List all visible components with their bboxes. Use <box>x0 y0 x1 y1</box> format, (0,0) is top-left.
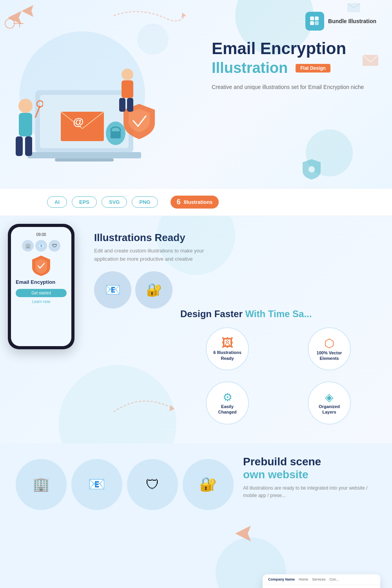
flat-design-badge: Flat Design <box>296 64 330 73</box>
format-eps: EPS <box>72 196 97 208</box>
features-right: Design Faster With Time Sa... 🖼 6 Illust… <box>180 309 376 428</box>
svg-marker-36 <box>235 526 251 541</box>
phone-shield-svg <box>31 255 51 277</box>
feature-label-3: EasilyChanged <box>218 404 236 415</box>
illustrations-count-badge: 6 Illustrations <box>171 196 219 209</box>
deco-envelope-format <box>347 2 361 13</box>
feature-icon-3: ⚙ <box>223 391 232 404</box>
design-faster-heading: Design Faster With Time Sa... <box>180 309 376 319</box>
mockup-logo: Company Name <box>268 577 295 582</box>
svg-rect-5 <box>310 16 314 20</box>
website-mockup: Company Name Home Services Con... Email … <box>263 574 380 588</box>
mockup-nav: Company Name Home Services Con... <box>263 574 380 585</box>
format-ai: AI <box>47 196 67 208</box>
deco-dashed-arrow-features <box>110 388 180 420</box>
feature-icon-2: ⬡ <box>324 336 334 350</box>
prebuild-desc: All illustrations are ready to be integr… <box>243 485 376 499</box>
svg-point-26 <box>122 69 133 80</box>
preview-thumb-1: 📧 <box>94 271 131 309</box>
preview-circles-row: 📧 🔐 <box>94 271 259 309</box>
illus-thumb-1: 🏢 <box>16 459 67 510</box>
phone-preview-circles: 🏢 📧 🛡 <box>16 240 67 252</box>
brand-badge: Bundle Illustration <box>305 12 376 31</box>
svg-rect-12 <box>55 158 114 162</box>
svg-rect-23 <box>25 136 32 156</box>
feature-illustrations-ready: 🖼 6 IllustrationsReady <box>180 327 274 374</box>
phone-circle-3: 🛡 <box>49 240 60 252</box>
svg-rect-7 <box>310 21 314 25</box>
feature-label-4: OrganizedLayers <box>319 404 340 415</box>
prebuild-title: Prebuild scene own website <box>243 455 376 481</box>
illus-thumb-3: 🛡 <box>127 459 178 510</box>
hero-desc: Creative and unique illustrations set fo… <box>212 83 376 91</box>
svg-marker-0 <box>181 13 186 18</box>
feature-ring-4: ◈ OrganizedLayers <box>308 381 351 425</box>
svg-marker-33 <box>169 405 174 411</box>
feature-circles-grid: 🖼 6 IllustrationsReady ⬡ 100% VectorElem… <box>180 327 376 428</box>
hero-illustration: @ <box>12 24 161 165</box>
illus-thumb-2: 📧 <box>71 459 122 510</box>
svg-rect-27 <box>122 80 133 98</box>
feature-vector-elements: ⬡ 100% VectorElements <box>282 327 376 374</box>
hero-subtitle: Illustration <box>212 60 288 76</box>
feature-ring-3: ⚙ EasilyChanged <box>206 381 249 425</box>
brand-logo-icon <box>309 16 320 27</box>
format-png: PNG <box>132 196 158 208</box>
mockup-nav-items: Home Services Con... <box>299 577 339 581</box>
svg-rect-6 <box>315 16 319 20</box>
phone-app-shield <box>16 255 67 277</box>
feature-icon-1: 🖼 <box>221 336 233 350</box>
phone-mockup: 09:00 🏢 📧 🛡 Email Encyption <box>8 224 74 349</box>
person2-illustration <box>114 67 141 114</box>
svg-rect-8 <box>315 21 319 25</box>
feature-ring-2: ⬡ 100% VectorElements <box>308 327 351 370</box>
prebuild-section: 🏢 📧 🛡 🔐 Prebuild scene own website All i… <box>0 443 392 588</box>
hero-content: Email Encryption Illustration Flat Desig… <box>212 39 376 92</box>
svg-line-24 <box>35 106 40 118</box>
phone-learn-now-btn[interactable]: Learn now <box>16 299 67 304</box>
features-section: 09:00 🏢 📧 🛡 Email Encyption <box>0 216 392 443</box>
feature-ring-1: 🖼 6 IllustrationsReady <box>206 327 249 370</box>
mockup-body: Email Encryption Get Started Learn more <box>263 585 380 588</box>
svg-rect-29 <box>127 98 133 112</box>
deco-arrow-tags <box>4 8 24 27</box>
person1-illustration <box>12 94 43 165</box>
svg-marker-41 <box>8 11 22 24</box>
svg-point-20 <box>18 99 33 113</box>
phone-app-title: Email Encyption <box>16 279 67 285</box>
deco-arrow-prebuild <box>231 522 255 545</box>
svg-text:@: @ <box>73 116 83 128</box>
svg-rect-11 <box>27 152 141 158</box>
phone-circle-2: 📧 <box>35 240 47 252</box>
preview-thumb-2: 🔐 <box>135 271 172 309</box>
svg-rect-22 <box>16 136 23 156</box>
svg-point-30 <box>309 166 315 172</box>
feature-easily-changed: ⚙ EasilyChanged <box>180 381 274 428</box>
phone-circle-1: 🏢 <box>22 240 34 252</box>
deco-shield-floating <box>302 158 321 180</box>
brand-text: Bundle Illustration <box>328 18 376 25</box>
hero-section: Bundle Illustration @ <box>0 0 392 188</box>
svg-rect-21 <box>19 113 32 136</box>
feature-icon-4: ◈ <box>325 391 334 404</box>
hero-title: Email Encryption <box>212 39 376 58</box>
phone-get-started-btn[interactable]: Get started <box>16 289 67 297</box>
prebuild-right: Prebuild scene own website All illustrat… <box>243 455 376 500</box>
phone-screen: 09:00 🏢 📧 🛡 Email Encyption <box>11 227 71 346</box>
brand-icon <box>305 12 324 31</box>
illus-thumb-4: 🔐 <box>183 459 234 510</box>
format-section: AI EPS SVG PNG 6 Illustrations <box>0 188 392 216</box>
svg-rect-28 <box>119 98 125 112</box>
format-badges-container: AI EPS SVG PNG 6 Illustrations <box>47 196 219 209</box>
feature-label-1: 6 IllustrationsReady <box>213 350 241 361</box>
phone-time: 09:00 <box>16 232 67 237</box>
format-svg: SVG <box>102 196 127 208</box>
feature-label-2: 100% VectorElements <box>317 350 342 361</box>
feature-organized-layers: ◈ OrganizedLayers <box>282 381 376 428</box>
